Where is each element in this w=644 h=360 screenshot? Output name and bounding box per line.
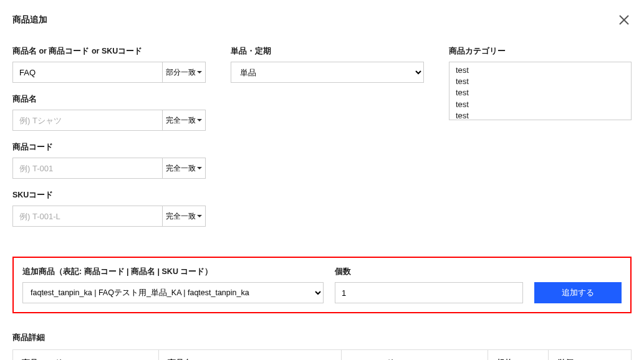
category-item[interactable]: test bbox=[456, 87, 625, 98]
col-product-name: 商品名 bbox=[159, 350, 342, 361]
product-name-input[interactable] bbox=[12, 110, 162, 131]
category-item[interactable]: test bbox=[456, 99, 625, 110]
single-recurring-field: 単品・定期 単品 bbox=[231, 46, 424, 83]
match-label: 完全一致 bbox=[166, 115, 196, 126]
add-product-select[interactable]: faqtest_tanpin_ka | FAQテスト用_単品_KA | faqt… bbox=[22, 282, 324, 303]
close-icon bbox=[618, 14, 630, 26]
dialog-header: 商品追加 bbox=[12, 12, 632, 27]
filters-right-column: 商品カテゴリー test test test test test bbox=[449, 46, 632, 238]
filters-mid-column: 単品・定期 単品 bbox=[231, 46, 424, 238]
product-code-field: 商品コード 完全一致 bbox=[12, 142, 206, 179]
match-label: 完全一致 bbox=[166, 211, 196, 222]
product-code-match-dropdown[interactable]: 完全一致 bbox=[162, 158, 206, 179]
add-product-field: 追加商品（表記: 商品コード | 商品名 | SKU コード） faqtest_… bbox=[22, 267, 324, 303]
add-product-label: 追加商品（表記: 商品コード | 商品名 | SKU コード） bbox=[22, 267, 324, 277]
product-name-field: 商品名 完全一致 bbox=[12, 94, 206, 131]
product-code-input[interactable] bbox=[12, 158, 162, 179]
category-item[interactable]: test bbox=[456, 65, 625, 76]
name-or-code-input[interactable] bbox=[12, 62, 162, 83]
col-product-code: 商品コード bbox=[13, 350, 159, 361]
sku-code-input[interactable] bbox=[12, 206, 162, 227]
add-product-section: 追加商品（表記: 商品コード | 商品名 | SKU コード） faqtest_… bbox=[12, 257, 632, 313]
single-recurring-label: 単品・定期 bbox=[231, 46, 424, 57]
product-code-label: 商品コード bbox=[12, 142, 206, 153]
col-sku: SKU コード bbox=[342, 350, 488, 361]
qty-label: 個数 bbox=[335, 267, 523, 277]
name-or-code-match-dropdown[interactable]: 部分一致 bbox=[162, 62, 206, 83]
category-field: 商品カテゴリー test test test test test bbox=[449, 46, 632, 120]
chevron-down-icon bbox=[197, 119, 202, 121]
match-label: 完全一致 bbox=[166, 163, 196, 174]
qty-input[interactable] bbox=[335, 282, 523, 303]
sku-code-label: SKUコード bbox=[12, 190, 206, 201]
product-name-match-dropdown[interactable]: 完全一致 bbox=[162, 110, 206, 131]
category-item[interactable]: test bbox=[456, 76, 625, 87]
add-button[interactable]: 追加する bbox=[534, 282, 622, 303]
sku-code-match-dropdown[interactable]: 完全一致 bbox=[162, 206, 206, 227]
name-or-code-field: 商品名 or 商品コード or SKUコード 部分一致 bbox=[12, 46, 206, 83]
chevron-down-icon bbox=[197, 215, 202, 217]
category-label: 商品カテゴリー bbox=[449, 46, 632, 57]
sku-code-field: SKUコード 完全一致 bbox=[12, 190, 206, 227]
dialog-title: 商品追加 bbox=[12, 14, 47, 26]
name-or-code-label: 商品名 or 商品コード or SKUコード bbox=[12, 46, 206, 57]
filters-left-column: 商品名 or 商品コード or SKUコード 部分一致 商品名 完全一致 商品コ… bbox=[12, 46, 206, 238]
detail-table: 商品コード 商品名 SKU コード 規格 単価 faqtest_tanpin_k… bbox=[12, 349, 632, 360]
product-name-label: 商品名 bbox=[12, 94, 206, 105]
match-label: 部分一致 bbox=[166, 67, 196, 78]
single-recurring-select[interactable]: 単品 bbox=[231, 62, 424, 83]
col-price: 単価 bbox=[549, 350, 632, 361]
category-item[interactable]: test bbox=[456, 110, 625, 120]
chevron-down-icon bbox=[197, 167, 202, 169]
table-header-row: 商品コード 商品名 SKU コード 規格 単価 bbox=[13, 350, 632, 361]
add-qty-field: 個数 bbox=[335, 267, 523, 303]
chevron-down-icon bbox=[197, 71, 202, 73]
product-detail-section: 商品詳細 商品コード 商品名 SKU コード 規格 単価 faqtest_tan… bbox=[12, 332, 632, 360]
category-listbox[interactable]: test test test test test bbox=[449, 62, 632, 120]
col-spec: 規格 bbox=[488, 350, 549, 361]
detail-title: 商品詳細 bbox=[12, 332, 632, 343]
close-button[interactable] bbox=[617, 12, 632, 27]
filters-area: 商品名 or 商品コード or SKUコード 部分一致 商品名 完全一致 商品コ… bbox=[12, 46, 632, 238]
